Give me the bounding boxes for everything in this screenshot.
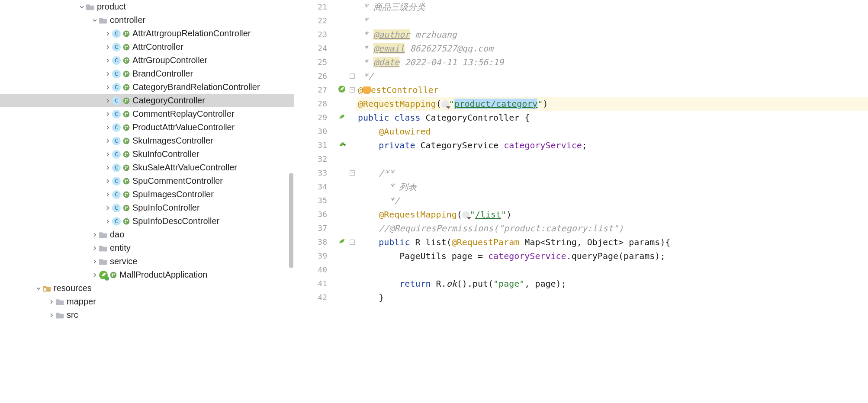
line-number[interactable]: 22 (294, 14, 335, 28)
gutter-icon-slot[interactable] (335, 249, 348, 263)
fold-slot[interactable]: − (348, 235, 356, 249)
fold-slot[interactable] (348, 111, 356, 125)
fold-slot[interactable] (348, 277, 356, 291)
tree-folder-src[interactable]: src (0, 308, 294, 322)
code-line-29[interactable]: public class CategoryController { (356, 111, 868, 125)
expand-arrow-icon[interactable] (78, 4, 86, 10)
expand-arrow-icon[interactable] (91, 259, 99, 264)
gutter-icon-slot[interactable] (335, 97, 348, 111)
fold-slot[interactable] (348, 28, 356, 42)
tree-folder-controller[interactable]: controller (0, 13, 294, 27)
code-line-39[interactable]: PageUtils page = categoryService.queryPa… (356, 249, 868, 263)
fold-slot[interactable] (348, 0, 356, 14)
fold-slot[interactable]: − (348, 83, 356, 97)
expand-arrow-icon[interactable] (104, 179, 112, 184)
line-number[interactable]: 25 (294, 55, 335, 69)
tree-class-AttrAttrgroupRelationController[interactable]: CAttrAttrgroupRelationController (0, 27, 294, 40)
expand-arrow-icon[interactable] (91, 272, 99, 278)
line-number[interactable]: 37 (294, 221, 335, 235)
code-line-37[interactable]: //@RequiresPermissions("product:category… (356, 221, 868, 235)
code-line-34[interactable]: * 列表 (356, 180, 868, 194)
fold-slot[interactable]: − (348, 166, 356, 180)
web-mapping-icon[interactable] (441, 100, 449, 108)
fold-slot[interactable] (348, 152, 356, 166)
expand-arrow-icon[interactable] (35, 286, 42, 291)
code-line-28[interactable]: @RequestMapping("product/category") (356, 97, 868, 111)
fold-slot[interactable] (348, 291, 356, 304)
fold-toggle-icon[interactable]: − (350, 170, 355, 176)
code-line-36[interactable]: @RequestMapping("/list") (356, 208, 868, 221)
fold-column[interactable]: −−−− (348, 0, 356, 403)
tree-folder-resources[interactable]: resources (0, 281, 294, 295)
tree-folder-dao[interactable]: dao (0, 228, 294, 241)
fold-slot[interactable] (348, 14, 356, 28)
tree-class-SpuInfoDescController[interactable]: CSpuInfoDescController (0, 214, 294, 228)
expand-arrow-icon[interactable] (104, 192, 112, 197)
gutter-icons[interactable] (335, 0, 348, 403)
tree-class-CommentReplayController[interactable]: CCommentReplayController (0, 107, 294, 121)
tree-class-SpuImagesController[interactable]: CSpuImagesController (0, 188, 294, 201)
tree-folder-product[interactable]: product (0, 0, 294, 13)
code-line-32[interactable] (356, 152, 868, 166)
tree-class-AttrController[interactable]: CAttrController (0, 40, 294, 54)
gutter-icon-slot[interactable] (335, 166, 348, 180)
fold-slot[interactable] (348, 97, 356, 111)
fold-slot[interactable] (348, 42, 356, 55)
expand-arrow-icon[interactable] (104, 219, 112, 224)
code-line-35[interactable]: */ (356, 194, 868, 208)
gutter-icon-slot[interactable] (335, 263, 348, 277)
fold-slot[interactable] (348, 125, 356, 138)
code-line-21[interactable]: * 商品三级分类 (356, 0, 868, 14)
expand-arrow-icon[interactable] (48, 299, 55, 304)
line-number[interactable]: 24 (294, 42, 335, 55)
tree-folder-entity[interactable]: entity (0, 241, 294, 255)
expand-arrow-icon[interactable] (91, 246, 99, 251)
gutter-icon-slot[interactable] (335, 42, 348, 55)
expand-arrow-icon[interactable] (104, 125, 112, 130)
code-line-25[interactable]: * @date 2022-04-11 13:56:19 (356, 55, 868, 69)
gutter-icon-slot[interactable] (335, 235, 348, 249)
code-line-26[interactable]: */ (356, 69, 868, 83)
fold-toggle-icon[interactable]: − (350, 74, 355, 79)
line-number[interactable]: 40 (294, 263, 335, 277)
gutter-icon-slot[interactable] (335, 111, 348, 125)
fold-toggle-icon[interactable]: − (350, 240, 355, 245)
expand-arrow-icon[interactable] (104, 98, 112, 103)
expand-arrow-icon[interactable] (91, 18, 99, 23)
fold-slot[interactable] (348, 194, 356, 208)
line-number-gutter[interactable]: 2122232425262728293031323334353637383940… (294, 0, 335, 403)
tree-class-ProductAttrValueController[interactable]: CProductAttrValueController (0, 121, 294, 134)
expand-arrow-icon[interactable] (104, 205, 112, 211)
tree-class-main[interactable]: MallProductApplication (0, 268, 294, 281)
gutter-icon-slot[interactable] (335, 277, 348, 291)
expand-arrow-icon[interactable] (104, 138, 112, 144)
fold-slot[interactable]: − (348, 69, 356, 83)
gutter-icon-slot[interactable] (335, 55, 348, 69)
line-number[interactable]: 23 (294, 28, 335, 42)
line-number[interactable]: 27 (294, 83, 335, 97)
expand-arrow-icon[interactable] (104, 71, 112, 77)
code-line-24[interactable]: * @email 862627527@qq.com (356, 42, 868, 55)
expand-arrow-icon[interactable] (104, 58, 112, 63)
line-number[interactable]: 39 (294, 249, 335, 263)
expand-arrow-icon[interactable] (104, 31, 112, 36)
gutter-icon-slot[interactable] (335, 14, 348, 28)
tree-folder-mapper[interactable]: mapper (0, 295, 294, 308)
gutter-icon-slot[interactable] (335, 152, 348, 166)
line-number[interactable]: 30 (294, 125, 335, 138)
gutter-icon-slot[interactable] (335, 28, 348, 42)
tree-class-SkuInfoController[interactable]: CSkuInfoController (0, 147, 294, 161)
line-number[interactable]: 35 (294, 194, 335, 208)
fold-slot[interactable] (348, 180, 356, 194)
line-number[interactable]: 21 (294, 0, 335, 14)
gutter-icon-slot[interactable] (335, 125, 348, 138)
code-line-42[interactable]: } (356, 291, 868, 304)
code-line-41[interactable]: return R.ok().put("page", page); (356, 277, 868, 291)
fold-slot[interactable] (348, 263, 356, 277)
web-mapping-icon[interactable] (462, 211, 470, 219)
gutter-icon-slot[interactable] (335, 69, 348, 83)
tree-class-SkuImagesController[interactable]: CSkuImagesController (0, 134, 294, 147)
expand-arrow-icon[interactable] (104, 165, 112, 170)
code-line-23[interactable]: * @author mrzhuang (356, 28, 868, 42)
expand-arrow-icon[interactable] (104, 152, 112, 157)
